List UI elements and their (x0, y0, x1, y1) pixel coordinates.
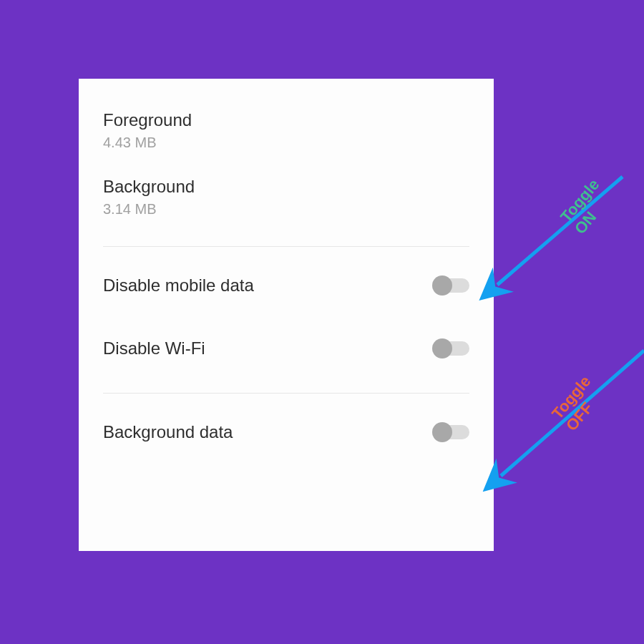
background-data-label: Background data (103, 422, 233, 442)
divider (103, 393, 469, 394)
toggle-knob-icon (432, 338, 452, 358)
disable-mobile-data-toggle[interactable] (434, 278, 469, 293)
foreground-usage: Foreground 4.43 MB (103, 100, 469, 167)
disable-wifi-toggle[interactable] (434, 341, 469, 356)
disable-wifi-row: Disable Wi-Fi (103, 317, 469, 380)
toggle-knob-icon (432, 422, 452, 442)
foreground-value: 4.43 MB (103, 135, 469, 151)
disable-mobile-data-label: Disable mobile data (103, 275, 254, 296)
background-data-toggle[interactable] (434, 425, 469, 439)
divider (103, 246, 469, 247)
disable-wifi-label: Disable Wi-Fi (103, 338, 205, 358)
background-usage: Background 3.14 MB (103, 167, 469, 233)
annotation-toggle-off: Toggle OFF (548, 348, 629, 435)
background-value: 3.14 MB (103, 201, 469, 218)
annotation-toggle-on: Toggle ON (557, 158, 632, 238)
disable-mobile-data-row: Disable mobile data (103, 254, 469, 317)
foreground-label: Foreground (103, 110, 469, 130)
toggle-knob-icon (432, 275, 452, 296)
settings-panel: Foreground 4.43 MB Background 3.14 MB Di… (79, 79, 494, 551)
background-label: Background (103, 177, 469, 197)
background-data-row: Background data (103, 401, 469, 464)
